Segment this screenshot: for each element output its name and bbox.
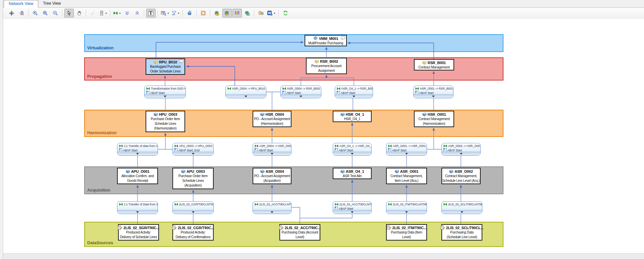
- expand-strip[interactable]: [145, 94, 185, 98]
- expander-triangle-icon[interactable]: [271, 211, 273, 213]
- node-ds_scl[interactable]: 2LIS_02_SCL/T90CL...Purchasing Data(Sche…: [441, 224, 482, 241]
- transformation-bowtie-icon: [282, 87, 286, 90]
- transformation-u5[interactable]: ASR_O001 -> HSR_O001ABAP Start: [386, 143, 427, 156]
- expander-triangle-icon[interactable]: [460, 153, 463, 155]
- expand-strip[interactable]: [333, 210, 371, 214]
- datasource-icon: [118, 225, 122, 230]
- expand-strip[interactable]: [253, 152, 291, 155]
- transformation-title: 1:1 Transfer of data from APU...: [124, 144, 158, 148]
- expand-strip[interactable]: [281, 94, 321, 98]
- node-apu_o003[interactable]: APU_O003Purchase Order ItemSchedule Line…: [172, 168, 214, 189]
- node-hsr_o004[interactable]: HSR_O004PO - Account Assignment(Harmoniz…: [253, 111, 291, 127]
- expander-triangle-icon[interactable]: [245, 96, 247, 97]
- node-hsr_o001[interactable]: HSR_O001Contract Management(Harmonizatio…: [414, 111, 454, 127]
- transformation-bowtie-icon: [255, 144, 258, 148]
- node-ds_cgr[interactable]: 2LIS_02_CGR/T90C...Produced Activity:Del…: [172, 224, 214, 241]
- node-text-line: (Acquisition): [253, 178, 291, 183]
- node-text-line: Level): [387, 235, 426, 240]
- expander-triangle-icon[interactable]: [271, 153, 273, 155]
- expander-triangle-icon[interactable]: [300, 96, 302, 97]
- expander-triangle-icon[interactable]: [192, 153, 195, 155]
- expand-strip[interactable]: [253, 210, 291, 214]
- node-title: RPU_B010: [159, 60, 177, 64]
- transformation-v3[interactable]: 2LIS_02_ACC/T90CLNT090 ->...: [253, 201, 291, 214]
- transformation-title: HSR_O001 -> RSR_B001: [420, 87, 453, 90]
- transformation-bowtie-icon: [335, 203, 338, 206]
- node-text-line: HSR_O4_1: [333, 117, 371, 121]
- transformation-v5[interactable]: 2LIS_02_ITM/T90CLNT090 ->...: [386, 201, 427, 214]
- expand-strip[interactable]: [442, 152, 480, 155]
- dso-icon: [340, 169, 345, 173]
- node-hpu_o003[interactable]: HPU_O003Purchase Order ItemSchedule Line…: [146, 111, 185, 132]
- expand-strip[interactable]: [173, 152, 213, 155]
- expand-strip[interactable]: [117, 210, 158, 214]
- dso-icon: [340, 112, 345, 116]
- node-title: ASR_O002: [454, 169, 473, 174]
- node-text-line: Delivery of Confirmations: [173, 235, 213, 240]
- node-title: ASR_O001: [400, 169, 419, 174]
- comment-icon[interactable]: [179, 60, 183, 65]
- node-title: HSR_O001: [428, 112, 446, 117]
- transformation-u1[interactable]: 1:1 Transfer of data from APU...ABAP Sta…: [117, 143, 158, 156]
- expander-triangle-icon[interactable]: [164, 96, 166, 97]
- node-rpu_b010[interactable]: RPU_B010Backlogged PurchaseOrder Schedul…: [146, 58, 185, 75]
- node-ds_itm[interactable]: 2LIS_02_ITM/T90C...Purchasing Data (Item…: [386, 224, 427, 241]
- node-asr_o001[interactable]: ASR_O001Contract Management,Item Level (…: [386, 168, 427, 184]
- node-vmm_m001[interactable]: VMM_M001MultiProvider Purchasing: [305, 35, 347, 46]
- expand-strip[interactable]: [173, 210, 213, 214]
- expander-triangle-icon[interactable]: [192, 211, 195, 213]
- expand-strip[interactable]: [442, 210, 482, 214]
- expand-strip[interactable]: [414, 94, 453, 98]
- comment-icon[interactable]: [341, 36, 345, 41]
- transformation-u2[interactable]: APU_O003 -> HPU_O003ABAP Start, End: [172, 143, 214, 156]
- expander-triangle-icon[interactable]: [353, 96, 355, 97]
- transformation-bowtie-icon: [119, 144, 123, 148]
- expand-strip[interactable]: [226, 94, 266, 98]
- transformation-v1[interactable]: 1:1 Transfer of Data from 2LIS...: [117, 201, 158, 214]
- expander-triangle-icon[interactable]: [405, 211, 408, 213]
- expander-triangle-icon[interactable]: [432, 96, 435, 97]
- transformation-t2[interactable]: HSR_O004 -> RPU_B010: [225, 86, 266, 98]
- expander-triangle-icon[interactable]: [351, 211, 354, 213]
- transformation-u4[interactable]: ASR_O4_1 -> HSR_O4_1ABAP Start: [333, 143, 372, 156]
- transformation-routine: ABAP Start: [339, 207, 353, 210]
- node-text-line: Contract Management,: [387, 174, 426, 178]
- transformation-v2[interactable]: 2LIS_02_CGR/T90CLNT090 ->...: [172, 201, 214, 214]
- node-asr_o4_1[interactable]: ASR_O4_1ASR Test Alin: [333, 168, 372, 179]
- transformation-bowtie-icon: [255, 203, 258, 206]
- transformation-routine: ABAP Start: [392, 149, 407, 152]
- transformation-v6[interactable]: 2LIS_02_SCL/T90CLNT090 ->...: [441, 201, 482, 214]
- expander-triangle-icon[interactable]: [405, 153, 408, 155]
- node-rsr_b001[interactable]: RSR_B001Contract Management: [414, 59, 454, 70]
- expand-strip[interactable]: [333, 152, 371, 155]
- node-title: RSR_B002: [320, 59, 338, 64]
- expand-strip[interactable]: [386, 152, 427, 155]
- node-ds_sgr[interactable]: 2LIS_02_SGR/T90C...Produced Activity:Del…: [118, 224, 159, 241]
- expander-triangle-icon[interactable]: [136, 211, 139, 213]
- node-rsr_b002[interactable]: RSR_B002Procurement AccountAssignment: [306, 58, 347, 74]
- expander-triangle-icon[interactable]: [351, 153, 354, 155]
- expander-triangle-icon[interactable]: [136, 153, 139, 155]
- transformation-u3[interactable]: ASR_O004 -> HSR_O004ABAP Start: [253, 143, 291, 156]
- transformation-t4[interactable]: HSR_O4_1 -> RSR_B002ABAP Start: [335, 86, 373, 98]
- node-text-line: Purchase Order Item: [173, 174, 213, 178]
- expand-strip[interactable]: [117, 152, 158, 155]
- transformation-t1[interactable]: Transformation from DSO HP...ABAP Start: [144, 86, 186, 98]
- multiprovider-icon: [313, 36, 318, 41]
- node-text-line: (Harmonization): [415, 121, 453, 126]
- datasource-icon: [440, 225, 445, 230]
- expander-triangle-icon[interactable]: [461, 211, 463, 213]
- transformation-t5[interactable]: HSR_O001 -> RSR_B001ABAP Start: [413, 86, 453, 98]
- node-ds_acc[interactable]: 2LIS_02_ACC/T90C...Purchasing Data (Acco…: [279, 224, 320, 241]
- transformation-u6[interactable]: ASR_O002 -> HSR_O001ABAP Start: [441, 143, 481, 156]
- node-asr_o002[interactable]: ASR_O002Contract Management,Schedule Lin…: [441, 168, 481, 184]
- expand-strip[interactable]: [386, 210, 427, 214]
- transformation-t3[interactable]: HSR_O004 -> RSR_B002ABAP Start: [280, 86, 321, 98]
- node-hsr_o4_1[interactable]: HSR_O4_1HSR_O4_1: [333, 111, 372, 122]
- node-apu_o001[interactable]: APU_O001Allocation Confirm. andGoods Rec…: [117, 168, 158, 184]
- node-asr_o004[interactable]: ASR_O004PO - Account Assignment(Acquisit…: [253, 168, 291, 184]
- transformation-v4[interactable]: 2LIS_02_ACC/T90CLNT090 ->...ABAP Start: [333, 201, 372, 214]
- node-text-line: Purchase Order Item: [146, 117, 184, 121]
- transformation-title: ASR_O002 -> HSR_O001: [448, 144, 480, 148]
- expand-strip[interactable]: [335, 94, 373, 98]
